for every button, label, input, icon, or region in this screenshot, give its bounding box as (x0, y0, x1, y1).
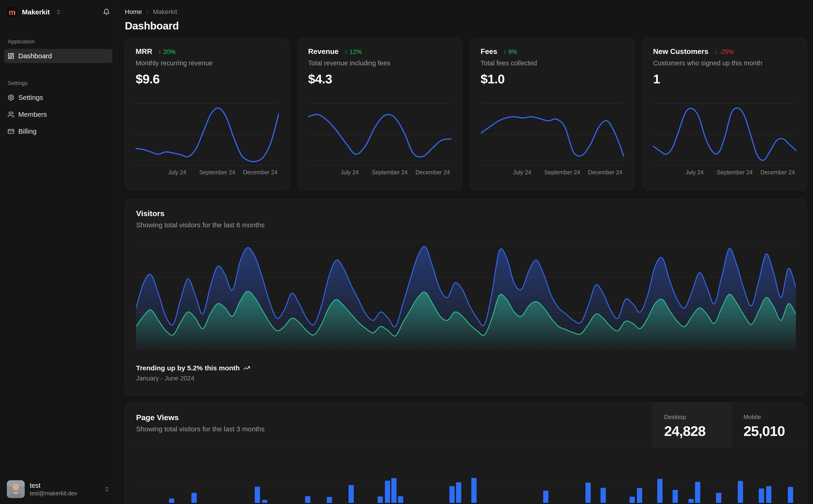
users-icon (8, 111, 14, 118)
bar (262, 500, 267, 503)
visitors-trend-text: Trending up by 5.2% this month (136, 364, 240, 372)
sidebar-item-settings[interactable]: Settings (4, 90, 112, 105)
trend-badge: ↓-25% (715, 48, 734, 56)
team-name: Makerkit (22, 8, 50, 16)
page-views-bar-chart (136, 448, 796, 503)
sidebar: m Makerkit Application Dashboard Setting… (0, 0, 117, 504)
visitors-area-chart (136, 242, 796, 349)
bar (630, 497, 635, 503)
bar (349, 485, 354, 503)
bar (191, 493, 197, 503)
avatar (7, 480, 25, 498)
stat-subtitle: Customers who signed up this month (653, 59, 796, 67)
stat-card-new-customers: New Customers ↓-25% Customers who signed… (643, 38, 807, 191)
x-axis-labels: July 24September 24December 24 (481, 169, 624, 176)
arrow-up-icon: ↑ (158, 48, 161, 56)
bar (695, 482, 700, 503)
stat-card-mrr: MRR ↑20% Monthly recurring revenue $9.6 … (125, 38, 290, 191)
sidebar-item-label: Billing (18, 127, 37, 135)
stat-card-fees: Fees ↑9% Total fees collected $1.0 July … (470, 38, 635, 191)
sparkline-chart (136, 103, 279, 165)
arrow-up-icon: ↑ (345, 48, 348, 56)
stat-value: $4.3 (308, 72, 451, 86)
visitors-footer: Trending up by 5.2% this month January -… (136, 364, 796, 382)
toggle-mobile[interactable]: Mobile 25,010 (732, 403, 807, 447)
credit-card-icon (8, 128, 14, 135)
stat-title: Fees (481, 47, 497, 56)
bar (716, 493, 721, 503)
sidebar-item-members[interactable]: Members (4, 107, 112, 122)
dashboard-page: m Makerkit Application Dashboard Setting… (0, 0, 813, 504)
chevrons-up-down-icon (104, 486, 110, 492)
nav-application: Dashboard (0, 49, 117, 63)
arrow-up-icon: ↑ (503, 48, 506, 56)
page-views-subtitle: Showing total visitors for the last 3 mo… (136, 425, 642, 433)
stat-subtitle: Total revenue including fees (308, 59, 451, 67)
bar (637, 488, 642, 503)
bar (327, 497, 332, 503)
visitors-subtitle: Showing total visitors for the last 6 mo… (136, 221, 796, 229)
sparkline-chart (481, 103, 624, 165)
toggle-desktop[interactable]: Desktop 24,828 (653, 403, 732, 447)
sidebar-item-label: Settings (18, 94, 43, 101)
page-views-header: Page Views Showing total visitors for th… (125, 403, 807, 448)
stat-value: $1.0 (481, 72, 624, 86)
breadcrumb: Home Makerkit (125, 8, 807, 16)
app-logo: m (7, 7, 17, 17)
stat-cards-row: MRR ↑20% Monthly recurring revenue $9.6 … (125, 38, 807, 191)
sparkline-chart (653, 103, 796, 165)
section-label-settings: Settings (8, 80, 109, 86)
bar (378, 496, 383, 503)
sidebar-item-billing[interactable]: Billing (4, 124, 112, 138)
stat-subtitle: Total fees collected (481, 59, 624, 67)
chevron-right-icon (145, 10, 150, 14)
breadcrumb-home-link[interactable]: Home (125, 8, 142, 16)
bar (766, 486, 771, 503)
main-content: Home Makerkit Dashboard MRR ↑20% Monthly… (117, 0, 813, 504)
sidebar-item-label: Dashboard (18, 52, 52, 60)
bar (673, 490, 678, 503)
visitors-period: January - June 2024 (136, 375, 796, 382)
dashboard-icon (8, 53, 14, 59)
bar (169, 499, 174, 503)
bar (759, 488, 764, 503)
page-views-title: Page Views (136, 413, 642, 422)
page-title: Dashboard (125, 20, 807, 32)
trend-badge: ↑12% (345, 48, 362, 56)
bar (788, 487, 793, 503)
stat-title: Revenue (308, 47, 339, 56)
sparkline-chart (308, 103, 451, 165)
bar (657, 479, 663, 503)
arrow-down-icon: ↓ (715, 48, 718, 56)
bar (738, 481, 743, 503)
bar (391, 478, 397, 503)
bar (600, 488, 606, 503)
team-switcher[interactable]: m Makerkit (7, 7, 103, 17)
bar (471, 478, 477, 503)
visitors-title: Visitors (136, 209, 796, 218)
trend-badge: ↑20% (158, 48, 175, 56)
trending-up-icon (243, 365, 250, 371)
x-axis-labels: July 24September 24December 24 (136, 169, 279, 176)
stat-value: $9.6 (136, 72, 279, 86)
user-email: test@makerkit.dev (30, 490, 77, 497)
notifications-button[interactable] (103, 8, 110, 16)
stat-title: New Customers (653, 47, 709, 56)
user-menu[interactable]: test test@makerkit.dev (0, 474, 117, 504)
bar (543, 491, 548, 503)
x-axis-labels: July 24September 24December 24 (653, 169, 796, 176)
sidebar-item-dashboard[interactable]: Dashboard (4, 49, 112, 63)
sidebar-item-label: Members (18, 111, 47, 118)
gear-icon (8, 94, 14, 101)
bar (398, 496, 403, 503)
nav-settings: Settings Members Billing (0, 90, 117, 138)
stat-card-revenue: Revenue ↑12% Total revenue including fee… (297, 38, 462, 191)
user-info: test test@makerkit.dev (30, 481, 77, 497)
stat-value: 1 (653, 72, 796, 86)
user-name: test (30, 481, 77, 490)
stat-title: MRR (136, 47, 152, 56)
bar (585, 483, 591, 503)
bell-icon (103, 8, 110, 15)
bar (255, 487, 260, 503)
page-views-card: Page Views Showing total visitors for th… (125, 402, 807, 504)
